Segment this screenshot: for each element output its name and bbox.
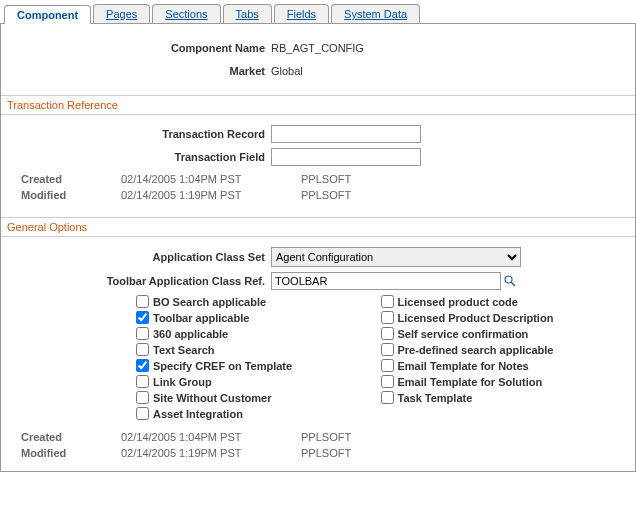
checkbox-row: Self service confirmation bbox=[381, 327, 626, 340]
checkbox-label: Licensed product code bbox=[398, 296, 518, 308]
general-options-title: General Options bbox=[1, 217, 635, 237]
checkbox-label: Specify CREF on Template bbox=[153, 360, 292, 372]
tab-component[interactable]: Component bbox=[4, 5, 91, 24]
checkbox-row: Link Group bbox=[136, 375, 381, 388]
checkbox-label: Self service confirmation bbox=[398, 328, 529, 340]
checkbox-row: Task Template bbox=[381, 391, 626, 404]
component-name-label: Component Name bbox=[11, 42, 271, 54]
checkbox-label: Asset Integration bbox=[153, 408, 243, 420]
tabstrip: Component Pages Sections Tabs Fields Sys… bbox=[0, 0, 636, 24]
checkbox-row: Licensed Product Description bbox=[381, 311, 626, 324]
market-label: Market bbox=[11, 65, 271, 77]
checkbox-label: Pre-defined search applicable bbox=[398, 344, 554, 356]
go-created-label: Created bbox=[21, 431, 121, 443]
checkbox[interactable] bbox=[381, 391, 394, 404]
checkbox-col-left: BO Search applicableToolbar applicable36… bbox=[136, 295, 381, 423]
transaction-record-label: Transaction Record bbox=[11, 128, 271, 140]
checkbox[interactable] bbox=[136, 311, 149, 324]
transaction-field-input[interactable] bbox=[271, 148, 421, 166]
checkbox-label: Licensed Product Description bbox=[398, 312, 554, 324]
checkbox[interactable] bbox=[381, 327, 394, 340]
checkbox-row: Email Template for Solution bbox=[381, 375, 626, 388]
tab-sections[interactable]: Sections bbox=[152, 4, 220, 23]
checkbox-row: Asset Integration bbox=[136, 407, 381, 420]
lookup-icon[interactable] bbox=[503, 274, 517, 288]
checkbox-label: Email Template for Notes bbox=[398, 360, 529, 372]
general-options-body: Application Class Set Agent Configuratio… bbox=[1, 237, 635, 471]
tr-modified-user: PPLSOFT bbox=[301, 189, 351, 201]
checkbox[interactable] bbox=[136, 391, 149, 404]
transaction-reference-body: Transaction Record Transaction Field Cre… bbox=[1, 115, 635, 217]
transaction-reference-title: Transaction Reference bbox=[1, 95, 635, 115]
tr-modified-label: Modified bbox=[21, 189, 121, 201]
checkbox[interactable] bbox=[381, 311, 394, 324]
checkbox-label: Site Without Customer bbox=[153, 392, 271, 404]
go-modified-label: Modified bbox=[21, 447, 121, 459]
checkbox-label: Task Template bbox=[398, 392, 473, 404]
svg-point-0 bbox=[505, 276, 512, 283]
checkbox-row: 360 applicable bbox=[136, 327, 381, 340]
checkbox-label: Email Template for Solution bbox=[398, 376, 543, 388]
tr-created-user: PPLSOFT bbox=[301, 173, 351, 185]
checkbox-row: Specify CREF on Template bbox=[136, 359, 381, 372]
checkbox-label: 360 applicable bbox=[153, 328, 228, 340]
transaction-field-label: Transaction Field bbox=[11, 151, 271, 163]
tab-fields[interactable]: Fields bbox=[274, 4, 329, 23]
transaction-record-input[interactable] bbox=[271, 125, 421, 143]
app-class-set-select[interactable]: Agent Configuration bbox=[271, 247, 521, 267]
checkbox[interactable] bbox=[136, 407, 149, 420]
checkbox-row: BO Search applicable bbox=[136, 295, 381, 308]
tab-pages[interactable]: Pages bbox=[93, 4, 150, 23]
tr-modified-date: 02/14/2005 1:19PM PST bbox=[121, 189, 301, 201]
go-modified-date: 02/14/2005 1:19PM PST bbox=[121, 447, 301, 459]
header-block: Component Name RB_AGT_CONFIG Market Glob… bbox=[1, 24, 635, 95]
checkbox[interactable] bbox=[136, 327, 149, 340]
checkbox[interactable] bbox=[136, 375, 149, 388]
checkbox-row: Pre-defined search applicable bbox=[381, 343, 626, 356]
tr-created-label: Created bbox=[21, 173, 121, 185]
page-body: Component Name RB_AGT_CONFIG Market Glob… bbox=[0, 24, 636, 472]
toolbar-ref-input[interactable] bbox=[271, 272, 501, 290]
app-class-set-label: Application Class Set bbox=[11, 251, 271, 263]
go-created-date: 02/14/2005 1:04PM PST bbox=[121, 431, 301, 443]
go-created-user: PPLSOFT bbox=[301, 431, 351, 443]
checkbox[interactable] bbox=[381, 343, 394, 356]
market-value: Global bbox=[271, 65, 303, 77]
checkbox-col-right: Licensed product codeLicensed Product De… bbox=[381, 295, 626, 423]
checkbox-row: Licensed product code bbox=[381, 295, 626, 308]
svg-line-1 bbox=[511, 282, 515, 286]
checkbox[interactable] bbox=[136, 295, 149, 308]
checkbox[interactable] bbox=[136, 359, 149, 372]
checkbox-label: Toolbar applicable bbox=[153, 312, 249, 324]
checkbox-grid: BO Search applicableToolbar applicable36… bbox=[11, 295, 625, 423]
checkbox[interactable] bbox=[381, 375, 394, 388]
checkbox[interactable] bbox=[136, 343, 149, 356]
tr-created-date: 02/14/2005 1:04PM PST bbox=[121, 173, 301, 185]
go-modified-user: PPLSOFT bbox=[301, 447, 351, 459]
checkbox-label: Text Search bbox=[153, 344, 215, 356]
checkbox-row: Toolbar applicable bbox=[136, 311, 381, 324]
checkbox[interactable] bbox=[381, 295, 394, 308]
checkbox-row: Email Template for Notes bbox=[381, 359, 626, 372]
checkbox-row: Site Without Customer bbox=[136, 391, 381, 404]
tab-system-data[interactable]: System Data bbox=[331, 4, 420, 23]
component-name-value: RB_AGT_CONFIG bbox=[271, 42, 364, 54]
checkbox-label: BO Search applicable bbox=[153, 296, 266, 308]
checkbox[interactable] bbox=[381, 359, 394, 372]
toolbar-ref-label: Toolbar Application Class Ref. bbox=[11, 275, 271, 287]
tab-tabs[interactable]: Tabs bbox=[223, 4, 272, 23]
checkbox-row: Text Search bbox=[136, 343, 381, 356]
checkbox-label: Link Group bbox=[153, 376, 212, 388]
